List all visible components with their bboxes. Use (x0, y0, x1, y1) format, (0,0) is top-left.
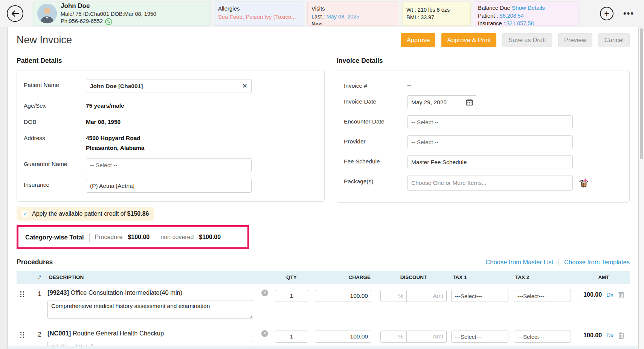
procedure-description: [NC001] Routine General Health Checkup ✕ (47, 330, 270, 337)
category-name: Procedure (95, 234, 123, 241)
procedure-description: [99243] Office Consultation-Intermediate… (47, 289, 270, 296)
col-tax1: TAX 1 (451, 271, 514, 284)
scrollbar-thumb[interactable] (640, 28, 643, 159)
tax2-select[interactable]: ---Select--- (514, 290, 571, 302)
cancel-button[interactable]: Cancel (598, 33, 630, 47)
discount-amount-input[interactable] (407, 290, 447, 302)
col-num: # (32, 271, 47, 284)
patient-phone: Ph:956-629-6552 (61, 18, 103, 25)
age-sex-value: 75 years/male (86, 100, 124, 109)
amount-value: 100.00 (583, 332, 602, 339)
insurance-select[interactable]: (P) Aetna [Aetna] (86, 179, 252, 193)
address-label: Address (24, 132, 86, 142)
add-new-button[interactable]: + (600, 7, 613, 20)
delete-row-icon[interactable] (618, 291, 624, 299)
guarantor-select[interactable]: -- Select -- (86, 158, 252, 172)
visits-card[interactable]: Visits Last : May 08, 2025 Next : (307, 2, 399, 26)
qty-input[interactable] (275, 331, 308, 343)
remove-procedure-icon[interactable]: ✕ (261, 290, 268, 296)
invoice-date-input[interactable]: May 29, 2025 (407, 95, 477, 109)
calendar-icon[interactable] (466, 99, 473, 106)
approve-print-button[interactable]: Approve & Print (441, 33, 496, 47)
procedures-table-header: # DESCRIPTION QTY CHARGE DISCOUNT TAX 1 … (17, 271, 630, 284)
drag-handle-icon[interactable] (20, 291, 25, 297)
encounter-date-select[interactable]: -- Select -- (407, 115, 573, 129)
divider (89, 233, 90, 242)
packages-multiselect[interactable]: Choose One or More Items... (407, 175, 573, 191)
back-button[interactable] (7, 5, 23, 22)
procedures-heading: Procedures (17, 258, 53, 266)
visits-last-value: May 08, 2025 (327, 14, 360, 20)
phone-icon[interactable] (105, 18, 112, 25)
show-details-link[interactable]: Show Details (512, 5, 545, 11)
balance-insurance-label: Insurance : (478, 20, 505, 26)
provider-select[interactable]: -- Select -- (407, 135, 573, 149)
more-options-button[interactable]: ••• (623, 9, 634, 18)
balance-patient-label: Patient : (478, 13, 498, 19)
procedure-row: 1 [99243] Office Consultation-Intermedia… (17, 284, 630, 325)
charge-input[interactable] (315, 290, 371, 302)
choose-from-master-list-link[interactable]: Choose from Master List (485, 259, 553, 266)
col-qty: QTY (270, 271, 313, 284)
balance-insurance-value: $21,057.58 (507, 20, 534, 26)
balance-title: Balance Due (478, 5, 510, 11)
remove-procedure-icon[interactable]: ✕ (261, 330, 268, 337)
age-sex-label: Age/Sex (24, 100, 86, 109)
packages-label: Package(s) (344, 175, 407, 185)
apply-credit-checkbox[interactable]: ✓ (22, 211, 28, 217)
weight-value: 210 lbs 8 ozs (418, 7, 450, 13)
visits-title: Visits (311, 5, 359, 12)
tax1-select[interactable]: ---Select--- (451, 290, 508, 302)
invoice-details-heading: Invoice Details (337, 57, 630, 65)
discount-percent-input[interactable] (380, 331, 407, 343)
vertical-scrollbar[interactable] (639, 27, 644, 349)
new-invoice-panel: New Invoice Approve Approve & Print Save… (8, 27, 638, 349)
weight-label: Wt : (406, 7, 416, 13)
fee-schedule-select[interactable]: Master Fee Schedule (407, 155, 573, 169)
balance-due-card[interactable]: Balance Due Show Details Patient : $6,20… (474, 2, 578, 26)
page-title: New Invoice (17, 34, 72, 46)
apply-credit-label: Apply the available patient credit of $1… (32, 210, 149, 217)
address-value: 4500 Hopyard Road Pleasanton, Alabama (86, 132, 144, 151)
category-amount: $100.00 (128, 234, 150, 241)
package-box-icon[interactable] (578, 177, 589, 189)
drag-handle-icon[interactable] (20, 332, 25, 338)
balance-patient-value: $6,208.54 (499, 13, 524, 19)
patient-avatar (37, 4, 57, 23)
patient-demographics: Male/ 75 ID:Cha001 DOB:Mar 08, 1950 (61, 11, 156, 18)
patient-summary-card[interactable]: John Doe Male/ 75 ID:Cha001 DOB:Mar 08, … (33, 2, 211, 26)
row-number: 1 (32, 289, 47, 297)
approve-button[interactable]: Approve (401, 33, 435, 47)
qty-input[interactable] (275, 290, 308, 302)
allergies-title: Allergies (218, 5, 296, 12)
charge-input[interactable] (315, 331, 371, 343)
col-amt: AMT (578, 271, 630, 284)
back-arrow-icon (11, 10, 19, 17)
tax2-select[interactable]: ---Select--- (514, 331, 571, 343)
discount-percent-input[interactable] (380, 290, 407, 302)
procedure-notes-input[interactable]: Comprehensive medical history assessment… (47, 300, 253, 319)
category-name: non covered (160, 234, 194, 241)
visits-last-label: Last : (311, 13, 325, 21)
dob-value: Mar 08, 1950 (86, 116, 121, 125)
preview-button[interactable]: Preview (558, 33, 592, 47)
vitals-card[interactable]: Wt : 210 lbs 8 ozs BMI : 33.97 (402, 2, 471, 26)
patient-name-input[interactable]: John Doe [Cha001] ✕ (86, 79, 252, 93)
dx-link[interactable]: Dx (606, 291, 613, 298)
save-as-draft-button[interactable]: Save as Draft (502, 33, 552, 47)
choose-from-templates-link[interactable]: Choose from Templates (564, 259, 630, 266)
amount-value: 100.00 (583, 291, 602, 298)
tax1-select[interactable]: ---Select--- (451, 331, 508, 343)
bmi-label: BMI : (406, 14, 419, 20)
allergies-card[interactable]: Allergies Sea Food, Poison Ivy (Toxico..… (214, 2, 304, 26)
clear-patient-icon[interactable]: ✕ (242, 82, 247, 90)
delete-row-icon[interactable] (618, 332, 624, 339)
top-bar: John Doe Male/ 75 ID:Cha001 DOB:Mar 08, … (0, 0, 644, 27)
discount-amount-input[interactable] (407, 331, 447, 343)
patient-details-heading: Patient Details (17, 57, 325, 65)
patient-credit-row: ✓ Apply the available patient credit of … (17, 207, 154, 221)
dx-link[interactable]: Dx (606, 332, 613, 339)
invoice-number-label: Invoice # (344, 79, 407, 89)
invoice-number-value: -- (407, 79, 411, 89)
allergies-value: Sea Food, Poison Ivy (Toxico... (218, 13, 296, 21)
